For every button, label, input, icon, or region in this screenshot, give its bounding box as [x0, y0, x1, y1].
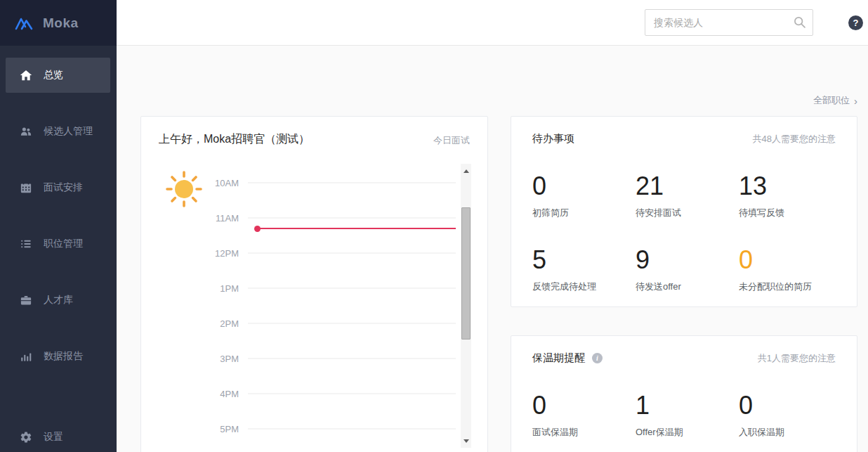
help-icon[interactable]: ? [848, 15, 863, 30]
hour-label: 1PM [141, 283, 248, 294]
greeting-title: 上午好，Moka招聘官（测试） [159, 132, 310, 147]
sidebar-item-settings[interactable]: 设置 [6, 420, 110, 452]
stat-label: Offer保温期 [636, 425, 739, 439]
stat-interviews-to-schedule[interactable]: 21 待安排面试 [636, 171, 739, 219]
home-icon [20, 69, 32, 82]
gear-icon [20, 431, 32, 444]
stat-label: 待发送offer [636, 280, 739, 293]
scroll-down-icon[interactable] [461, 435, 471, 446]
warmup-stats-grid: 0 面试保温期 1 Offer保温期 0 入职保温期 [532, 390, 836, 439]
timeline-row: 4PM [141, 389, 456, 399]
stat-value: 13 [739, 171, 842, 202]
warmup-card-header: 保温期提醒 i 共1人需要您的注意 [532, 351, 836, 365]
calendar-icon [20, 181, 32, 194]
moka-logo-icon [14, 15, 34, 32]
timeline-row: 12PM [141, 248, 456, 259]
brand-name: Moka [43, 15, 79, 31]
sidebar: Moka 总览 [0, 0, 117, 452]
timeline-row: 10AM [141, 178, 456, 188]
sidebar-item-interviews[interactable]: 面试安排 [6, 170, 110, 205]
stat-offer-warmup[interactable]: 1 Offer保温期 [636, 390, 739, 439]
hour-gridline [248, 288, 456, 289]
today-interviews-label: 今日面试 [433, 134, 470, 147]
sidebar-nav: 总览 候选人管理 [0, 58, 117, 374]
timeline-scrollbar[interactable] [461, 164, 471, 448]
warmup-card: 保温期提醒 i 共1人需要您的注意 0 面试保温期 1 Offer保温期 [511, 335, 857, 452]
sidebar-item-label: 人才库 [44, 294, 73, 306]
hour-label: 10AM [141, 178, 248, 188]
stat-offers-to-send[interactable]: 9 待发送offer [636, 245, 739, 293]
sidebar-item-reports[interactable]: 数据报告 [6, 339, 110, 374]
people-icon [20, 125, 32, 138]
hour-label: 4PM [141, 389, 248, 399]
stat-label: 入职保温期 [739, 425, 842, 439]
stat-value: 0 [532, 171, 636, 202]
scrollbar-thumb[interactable] [461, 207, 471, 340]
stat-label: 待安排面试 [636, 206, 739, 219]
stat-label: 未分配职位的简历 [739, 280, 842, 293]
sidebar-item-label: 面试安排 [44, 181, 83, 194]
logo[interactable]: Moka [0, 0, 117, 46]
stat-feedback-done-pending[interactable]: 5 反馈完成待处理 [532, 245, 636, 293]
main-area: ? 全部职位 › 上午好，Moka招聘官（测试） 今日面试 [117, 0, 868, 452]
stat-feedback-to-fill[interactable]: 13 待填写反馈 [739, 171, 842, 219]
hour-gridline [248, 359, 456, 359]
stat-value: 5 [532, 245, 636, 276]
content: 全部职位 › 上午好，Moka招聘官（测试） 今日面试 [117, 46, 868, 452]
sidebar-item-label: 候选人管理 [44, 125, 93, 138]
stat-onboard-warmup[interactable]: 0 入职保温期 [739, 390, 842, 439]
sidebar-item-positions[interactable]: 职位管理 [6, 226, 110, 261]
stat-initial-screen-resumes[interactable]: 0 初筛简历 [532, 171, 636, 219]
warmup-card-note: 共1人需要您的注意 [758, 352, 836, 365]
todo-card-title: 待办事项 [532, 132, 574, 146]
sidebar-item-label: 职位管理 [44, 238, 83, 250]
info-icon[interactable]: i [592, 353, 603, 363]
greeting-card: 上午好，Moka招聘官（测试） 今日面试 [140, 116, 488, 452]
warmup-card-title: 保温期提醒 [532, 351, 585, 365]
search-input[interactable] [645, 9, 813, 36]
stat-label: 面试保温期 [532, 425, 636, 439]
list-icon [20, 238, 32, 250]
hour-label: 2PM [141, 318, 248, 329]
current-time-indicator [257, 228, 456, 229]
stat-value: 21 [636, 171, 739, 202]
candidate-search [645, 9, 813, 36]
scroll-up-icon[interactable] [461, 165, 471, 176]
sidebar-bottom: 设置 [0, 420, 117, 452]
sidebar-item-label: 总览 [44, 69, 63, 82]
stat-value: 0 [739, 245, 842, 276]
stat-value: 0 [532, 390, 636, 421]
hour-gridline [248, 218, 456, 219]
hour-gridline [248, 394, 456, 394]
stat-interview-warmup[interactable]: 0 面试保温期 [532, 390, 636, 439]
briefcase-icon [20, 294, 32, 306]
hour-label: 11AM [141, 213, 248, 224]
sidebar-item-candidates[interactable]: 候选人管理 [6, 114, 110, 149]
chevron-right-icon: › [854, 96, 857, 105]
todo-card-header: 待办事项 共48人需要您的注意 [532, 132, 836, 146]
timeline-row: 11AM [141, 213, 456, 224]
all-positions-label: 全部职位 [813, 94, 850, 107]
hour-label: 5PM [141, 424, 248, 434]
timeline-row: 1PM [141, 283, 456, 294]
dashboard-columns: 上午好，Moka招聘官（测试） 今日面试 [140, 116, 857, 452]
stat-value: 9 [636, 245, 739, 276]
todo-stats-grid: 0 初筛简历 21 待安排面试 13 待填写反馈 [532, 171, 836, 293]
timeline-row: 2PM [141, 318, 456, 329]
sidebar-item-talent-pool[interactable]: 人才库 [6, 283, 110, 318]
hour-gridline [248, 429, 456, 430]
sidebar-item-label: 数据报告 [44, 350, 83, 363]
stat-label: 反馈完成待处理 [532, 280, 636, 293]
stat-unassigned-resumes[interactable]: 0 未分配职位的简历 [739, 245, 842, 293]
sun-icon [164, 169, 204, 212]
stat-label: 初筛简历 [532, 206, 636, 219]
app-window: Moka 总览 [0, 0, 868, 452]
sidebar-item-overview[interactable]: 总览 [6, 58, 110, 93]
sidebar-item-label: 设置 [44, 431, 63, 444]
timeline-row: 5PM [141, 424, 456, 434]
all-positions-link[interactable]: 全部职位 › [140, 93, 857, 108]
hour-gridline [248, 183, 456, 183]
timeline-row: 3PM [141, 354, 456, 364]
hour-gridline [248, 323, 456, 324]
stat-value: 1 [636, 390, 739, 421]
